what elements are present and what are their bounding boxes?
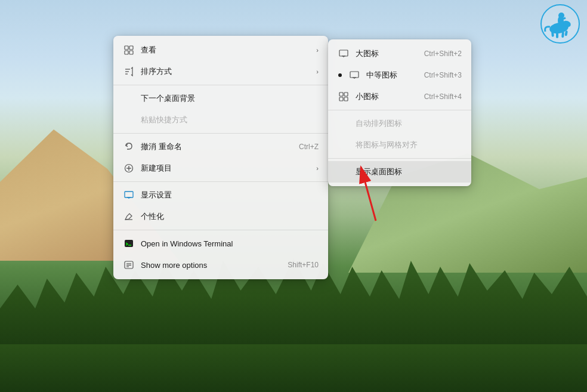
menu-item-view-label: 查看 [141, 45, 156, 55]
monitor-medium-icon [348, 69, 360, 81]
submenu-small-icon-shortcut: Ctrl+Shift+4 [424, 92, 462, 101]
svg-rect-13 [129, 51, 133, 54]
menu-item-next-bg-label: 下一个桌面背景 [141, 93, 195, 104]
grid-small-icon [338, 91, 350, 103]
more-options-icon [123, 259, 135, 271]
display-icon [123, 189, 135, 201]
submenu-item-small-icon[interactable]: 小图标 Ctrl+Shift+4 [328, 86, 471, 107]
menu-item-paste-shortcut[interactable]: 粘贴快捷方式 [113, 109, 328, 131]
submenu-auto-arrange-label: 自动排列图标 [356, 118, 402, 129]
menu-item-sort[interactable]: 排序方式 › [113, 61, 328, 82]
personalize-icon [123, 211, 135, 223]
submenu-medium-icon-label: 中等图标 [366, 70, 397, 81]
divider-after-personalize [113, 230, 328, 230]
menu-item-personalize-label: 个性化 [141, 211, 164, 222]
svg-rect-21 [344, 92, 348, 96]
terminal-icon [123, 237, 135, 249]
grid-icon [123, 44, 135, 56]
submenu-small-icon-label: 小图标 [356, 91, 379, 102]
svg-rect-20 [339, 92, 343, 96]
undo-icon [123, 141, 135, 153]
menu-item-new-label: 新建项目 [141, 163, 172, 174]
svg-rect-4 [556, 32, 558, 38]
svg-rect-14 [339, 50, 348, 56]
svg-rect-10 [125, 46, 128, 50]
divider-after-sort [113, 85, 328, 85]
svg-rect-17 [350, 72, 359, 78]
monitor-large-icon [338, 48, 350, 60]
menu-item-more-options[interactable]: Show more options Shift+F10 [113, 254, 328, 276]
svg-rect-30 [125, 192, 133, 197]
submenu-divider-1 [328, 110, 471, 110]
svg-rect-34 [125, 240, 133, 247]
menu-item-terminal[interactable]: Open in Windows Terminal [113, 233, 328, 254]
annotation-arrow [358, 149, 430, 229]
menu-item-more-options-label: Show more options [141, 261, 207, 270]
divider-after-new [113, 181, 328, 182]
svg-rect-12 [125, 51, 128, 54]
ground [0, 344, 587, 392]
menu-item-more-options-shortcut: Shift+F10 [288, 261, 319, 269]
svg-line-41 [361, 167, 376, 221]
submenu-large-icon-label: 大图标 [356, 48, 379, 59]
menu-item-personalize[interactable]: 个性化 [113, 206, 328, 227]
menu-item-terminal-label: Open in Windows Terminal [141, 239, 233, 248]
medium-icon-dot [338, 73, 342, 77]
submenu-large-icon-shortcut: Ctrl+Shift+2 [424, 50, 462, 58]
context-menu: 查看 › 大图标 Ctrl+Shift+2 [113, 36, 328, 279]
svg-rect-11 [129, 46, 133, 50]
menu-item-view-arrow: › [316, 47, 319, 54]
svg-rect-22 [339, 97, 343, 101]
svg-rect-23 [344, 97, 348, 101]
menu-item-display[interactable]: 显示设置 [113, 184, 328, 206]
menu-item-paste-shortcut-label: 粘贴快捷方式 [141, 115, 187, 125]
menu-item-sort-label: 排序方式 [141, 66, 172, 77]
menu-item-sort-arrow: › [316, 68, 319, 75]
divider-after-paste [113, 133, 328, 134]
submenu-item-auto-arrange[interactable]: 自动排列图标 [328, 113, 471, 134]
submenu-item-large-icon[interactable]: 大图标 Ctrl+Shift+2 [328, 43, 471, 64]
submenu-medium-icon-shortcut: Ctrl+Shift+3 [424, 71, 462, 79]
sort-icon [123, 66, 135, 78]
menu-item-undo[interactable]: 撤消 重命名 Ctrl+Z [113, 136, 328, 158]
menu-item-view[interactable]: 查看 › 大图标 Ctrl+Shift+2 [113, 39, 328, 61]
menu-item-next-bg[interactable]: 下一个桌面背景 [113, 88, 328, 109]
menu-item-new-arrow: › [316, 165, 319, 172]
new-icon [123, 162, 135, 174]
menu-item-display-label: 显示设置 [141, 190, 172, 200]
menu-item-undo-label: 撤消 重命名 [141, 141, 182, 152]
logo [539, 3, 581, 45]
submenu-item-medium-icon[interactable]: 中等图标 Ctrl+Shift+3 [328, 64, 471, 86]
menu-item-new[interactable]: 新建项目 › [113, 158, 328, 179]
menu-item-undo-shortcut: Ctrl+Z [299, 143, 319, 151]
svg-point-8 [558, 13, 564, 18]
